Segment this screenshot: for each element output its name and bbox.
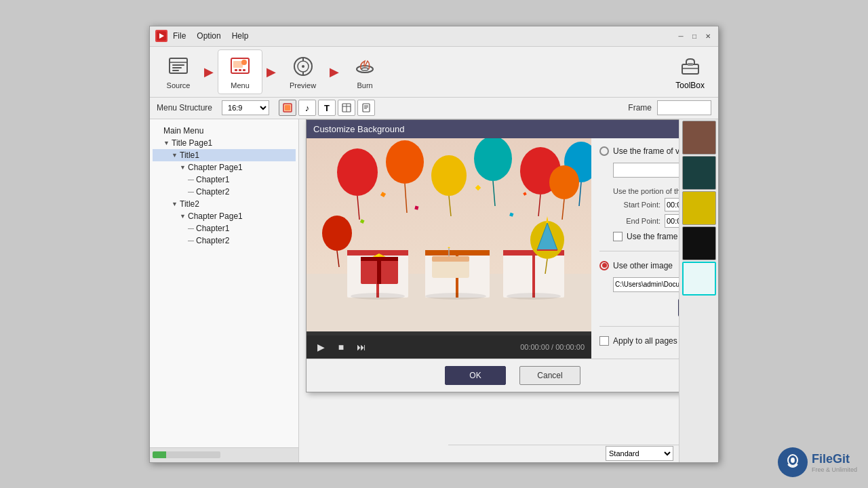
tree-arrow: ▼ [180, 213, 188, 220]
tree-arrow: — [188, 188, 196, 195]
dialog-body: ▶ ■ ⏭ 00:00:00 / 00:00:00 Use the frame … [307, 138, 718, 359]
video-frame [307, 138, 591, 331]
time-display: 00:00:00 / 00:00:00 [520, 343, 585, 351]
svg-point-58 [337, 148, 378, 196]
svg-rect-49 [432, 256, 469, 262]
svg-point-19 [361, 68, 368, 70]
video-preview-panel: ▶ ■ ⏭ 00:00:00 / 00:00:00 [307, 138, 591, 359]
stop-button[interactable]: ■ [334, 340, 349, 354]
svg-point-64 [474, 138, 512, 181]
preview-label: Preview [290, 81, 316, 89]
video-scene-svg [307, 138, 591, 331]
arrow-1: ▶ [204, 64, 214, 79]
tree-arrow: — [188, 237, 196, 244]
filegit-name: FileGit [812, 452, 857, 466]
svg-point-79 [351, 293, 405, 300]
main-content: Main Menu ▼ Title Page1 ▼ Title1 ▼ [150, 119, 718, 462]
end-point-label: End Point: [613, 217, 660, 225]
menu-structure-label: Menu Structure [157, 103, 212, 113]
use-image-radio[interactable] [599, 261, 609, 270]
swatch-yellow[interactable] [682, 191, 716, 225]
main-toolbar: Source ▶ Menu ▶ [150, 47, 718, 98]
swatch-dark-teal[interactable] [682, 156, 716, 190]
tree-item-chapter1-t2[interactable]: — Chapter1 [153, 222, 296, 235]
tree-label: Chapter1 [196, 175, 229, 184]
use-frame-checkbox[interactable] [613, 232, 623, 241]
dialog-footer: OK Cancel [307, 359, 718, 392]
maximize-button[interactable]: □ [690, 31, 699, 41]
apply-all-checkbox[interactable] [599, 336, 609, 346]
tree-arrow: — [188, 225, 196, 232]
use-frame-radio[interactable] [599, 146, 609, 156]
video-progress-bar[interactable] [307, 331, 591, 336]
svg-rect-20 [682, 64, 698, 74]
filegit-tagline: Free & Unlimited [812, 466, 857, 473]
tree-item-title1[interactable]: ▼ Title1 [153, 149, 296, 161]
tree-item-chapter2-t2[interactable]: — Chapter2 [153, 235, 296, 247]
svg-rect-45 [377, 257, 381, 284]
menu-option[interactable]: Option [197, 31, 220, 41]
svg-rect-5 [172, 67, 182, 68]
use-image-label: Use other image [613, 261, 673, 270]
tree-arrow: ▼ [180, 164, 188, 171]
svg-rect-9 [235, 69, 237, 71]
tree-item-chapter2-t1[interactable]: — Chapter2 [153, 186, 296, 198]
right-panels: Customize Background ✕ [299, 119, 718, 462]
toolbar-source[interactable]: Source [157, 50, 200, 94]
svg-rect-24 [285, 105, 290, 110]
play-button[interactable]: ▶ [313, 340, 328, 354]
menu-help[interactable]: Help [232, 31, 249, 41]
title-bar: File Option Help ─ □ ✕ [150, 26, 718, 47]
tree-item-chapterpage1-t2[interactable]: ▼ Chapter Page1 [153, 210, 296, 222]
tree-label: Main Menu [163, 126, 203, 136]
burn-icon [353, 54, 377, 79]
frame-input[interactable] [657, 100, 711, 115]
swatch-brown[interactable] [682, 121, 716, 155]
tree-label: Title2 [180, 199, 199, 209]
svg-point-70 [549, 165, 579, 199]
left-panel-status [150, 447, 298, 462]
tree-item-title-page1[interactable]: ▼ Title Page1 [153, 137, 296, 149]
aspect-ratio-select[interactable]: 16:9 4:3 [222, 100, 269, 115]
skip-button[interactable]: ⏭ [354, 340, 369, 354]
cancel-button[interactable]: Cancel [519, 366, 580, 385]
tree-label: Chapter2 [196, 187, 229, 197]
svg-rect-6 [172, 70, 179, 71]
tree-arrow: ▼ [163, 140, 172, 146]
left-panel: Main Menu ▼ Title Page1 ▼ Title1 ▼ [150, 119, 299, 462]
svg-rect-8 [233, 61, 243, 68]
toolbar-preview[interactable]: Preview [280, 50, 326, 94]
svg-point-80 [425, 293, 486, 300]
minimize-button[interactable]: ─ [676, 31, 686, 41]
tree-item-title2[interactable]: ▼ Title2 [153, 198, 296, 210]
toolbar-menu[interactable]: Menu [218, 49, 262, 94]
swatch-white-cyan[interactable] [682, 262, 716, 296]
close-button[interactable]: ✕ [703, 31, 713, 41]
dialog-title: Customize Background [313, 124, 404, 134]
tree-item-main-menu[interactable]: Main Menu [153, 125, 296, 137]
tree-label: Chapter2 [196, 236, 229, 245]
tree-item-chapter1-t1[interactable]: — Chapter1 [153, 174, 296, 186]
customize-background-dialog: Customize Background ✕ [306, 119, 718, 392]
tree-label: Chapter1 [196, 224, 229, 233]
toolbox-label: ToolBox [675, 81, 705, 90]
filegit-logo-icon [778, 447, 808, 477]
tree-item-chapterpage1-t1[interactable]: ▼ Chapter Page1 [153, 161, 296, 174]
background-tool[interactable] [279, 100, 296, 116]
menu-icon [228, 54, 252, 79]
menu-file[interactable]: File [173, 31, 186, 41]
swatch-black[interactable] [682, 226, 716, 260]
svg-rect-21 [688, 63, 693, 66]
table-tool[interactable] [338, 100, 355, 116]
text-tool[interactable]: T [318, 100, 336, 116]
toolbar-toolbox[interactable]: ToolBox [669, 49, 711, 94]
toolbar-burn[interactable]: Burn [343, 50, 387, 94]
ok-button[interactable]: OK [445, 366, 506, 385]
video-controls: ▶ ■ ⏭ 00:00:00 / 00:00:00 [307, 336, 591, 359]
document-tool[interactable] [357, 100, 375, 116]
music-tool[interactable]: ♪ [298, 100, 316, 116]
svg-rect-4 [172, 64, 184, 66]
standard-select[interactable]: Standard Widescreen [606, 446, 673, 461]
arrow-3: ▶ [330, 64, 339, 79]
tree-arrow: ▼ [172, 152, 180, 159]
